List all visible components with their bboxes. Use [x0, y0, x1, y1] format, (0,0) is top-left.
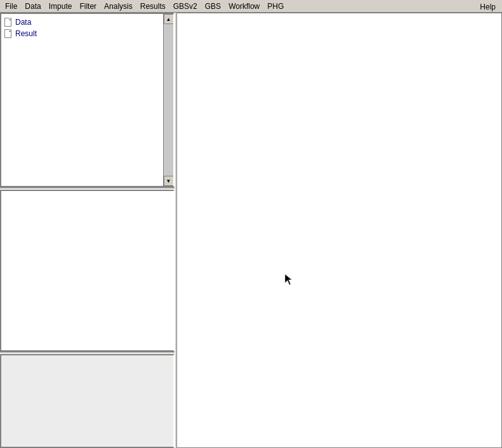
svg-marker-0 — [285, 274, 292, 285]
scroll-up-button[interactable]: ▲ — [164, 14, 174, 24]
right-panel — [177, 13, 502, 448]
file-icon-result — [4, 29, 13, 38]
file-item-result-label: Result — [15, 29, 37, 38]
file-tree-scrollbar: ▲ ▼ — [163, 14, 173, 186]
menu-gbs[interactable]: GBS — [201, 1, 225, 12]
left-panel: Data Result ▲ ▼ — [0, 13, 175, 448]
menu-results[interactable]: Results — [136, 1, 169, 12]
menu-help[interactable]: Help — [476, 1, 499, 13]
file-item-data-label: Data — [15, 18, 31, 27]
file-item-data[interactable]: Data — [1, 16, 173, 28]
file-tree-pane: Data Result ▲ ▼ — [0, 13, 175, 187]
file-icon-data — [4, 18, 13, 27]
cursor-indicator — [285, 274, 293, 286]
menu-phg[interactable]: PHG — [263, 1, 287, 12]
file-item-result[interactable]: Result — [1, 28, 173, 39]
scroll-down-button[interactable]: ▼ — [164, 176, 174, 186]
menu-file[interactable]: File — [1, 1, 21, 12]
menu-workflow[interactable]: Workflow — [225, 1, 263, 12]
menu-filter[interactable]: Filter — [76, 1, 100, 12]
main-layout: Data Result ▲ ▼ — [0, 13, 502, 448]
menubar: File Data Impute Filter Analysis Results… — [0, 0, 502, 13]
middle-left-pane — [0, 190, 175, 352]
scroll-track — [164, 24, 174, 176]
menu-analysis[interactable]: Analysis — [100, 1, 136, 12]
menu-impute[interactable]: Impute — [45, 1, 76, 12]
menu-gbsv2[interactable]: GBSv2 — [169, 1, 201, 12]
bottom-left-pane — [0, 354, 175, 448]
menu-data[interactable]: Data — [21, 1, 44, 12]
